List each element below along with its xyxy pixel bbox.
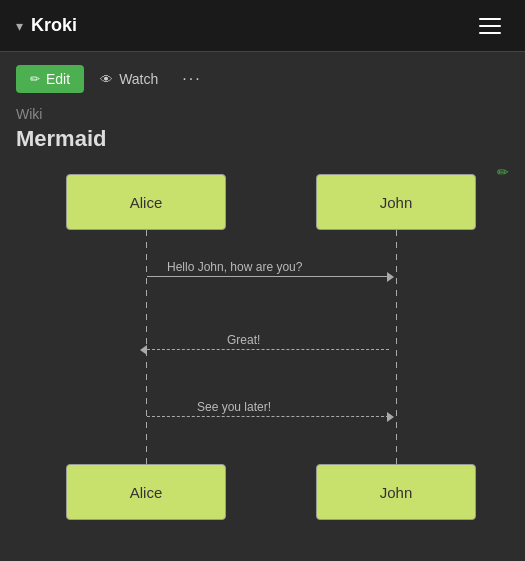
watch-label: Watch: [119, 71, 158, 87]
app-title: Kroki: [31, 15, 77, 36]
edit-icon: ✏: [30, 72, 40, 86]
menu-line-1: [479, 18, 501, 20]
more-label: ···: [182, 70, 201, 87]
participant-john-bottom: John: [316, 464, 476, 520]
watch-icon: 👁: [100, 72, 113, 87]
participant-alice-bottom: Alice: [66, 464, 226, 520]
header-left: ▾ Kroki: [16, 15, 77, 36]
lifeline-john: [396, 230, 397, 464]
menu-button[interactable]: [471, 10, 509, 42]
edit-label: Edit: [46, 71, 70, 87]
message-3-line: [147, 416, 389, 417]
message-1-line: [147, 276, 389, 277]
toolbar: ✏ Edit 👁 Watch ···: [0, 52, 525, 106]
message-2-arrow: [140, 345, 147, 355]
participant-john-top: John: [316, 174, 476, 230]
watch-button[interactable]: 👁 Watch: [92, 65, 166, 93]
page-title: Mermaid: [16, 126, 509, 152]
chevron-down-icon[interactable]: ▾: [16, 18, 23, 34]
diagram-container: ✏ Alice John Hello John, how are you? Gr…: [16, 164, 509, 534]
more-button[interactable]: ···: [174, 64, 209, 94]
participant-alice-top: Alice: [66, 174, 226, 230]
message-1-arrow: [387, 272, 394, 282]
message-2-label: Great!: [227, 333, 260, 347]
app-header: ▾ Kroki: [0, 0, 525, 52]
message-1-label: Hello John, how are you?: [167, 260, 302, 274]
message-3-label: See you later!: [197, 400, 271, 414]
page-content: Wiki Mermaid ✏ Alice John Hello John, ho…: [0, 106, 525, 550]
menu-line-3: [479, 32, 501, 34]
message-2-line: [147, 349, 389, 350]
message-3-arrow: [387, 412, 394, 422]
diagram-edit-icon[interactable]: ✏: [497, 164, 509, 180]
menu-line-2: [479, 25, 501, 27]
edit-button[interactable]: ✏ Edit: [16, 65, 84, 93]
wiki-label: Wiki: [16, 106, 509, 122]
